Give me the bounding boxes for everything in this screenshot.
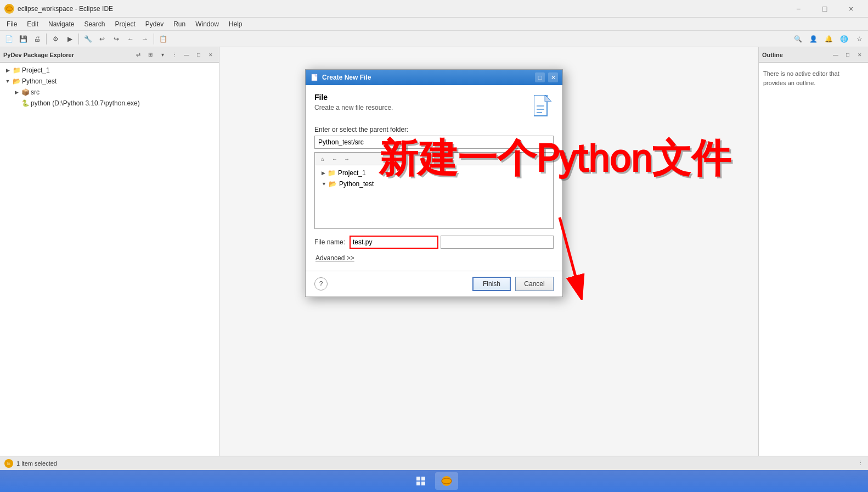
create-new-file-dialog: Create New File □ ✕ File Create a new fi… [305,69,563,297]
folder-label: Enter or select the parent folder: [314,126,554,133]
toolbar-btn-11[interactable]: 📋 [156,32,170,46]
taskbar [0,470,868,492]
toolbar-btn-9[interactable]: ← [124,32,137,46]
dialog-close-button[interactable]: ✕ [548,72,558,82]
menu-window[interactable]: Window [191,18,223,30]
dialog-tree-python-test-label: Python_test [339,180,374,188]
toolbar-btn-10[interactable]: → [138,32,151,46]
filename-label: File name: [314,238,345,246]
dialog-title-bar: Create New File □ ✕ [306,70,562,85]
dialog-restore-button[interactable]: □ [535,72,545,82]
toolbar: 📄 💾 🖨 ⚙ ▶ 🔧 ↩ ↪ ← → 📋 🔍 👤 🔔 🌐 ☆ [0,31,868,47]
status-text: 1 item selected [16,460,57,467]
dialog-section-header: File Create a new file resource. [314,93,554,119]
svg-point-0 [6,5,13,12]
svg-rect-13 [421,477,425,480]
toolbar-btn-8[interactable]: ↪ [110,32,123,46]
status-icon: E [4,459,13,468]
start-button[interactable] [410,472,432,490]
svg-rect-15 [421,482,425,485]
tree-toolbar-home[interactable]: ⌂ [317,154,328,164]
dialog-section-subtitle: Create a new file resource. [314,104,526,111]
modal-overlay: Create New File □ ✕ File Create a new fi… [0,47,868,456]
svg-rect-4 [312,74,317,81]
eclipse-icon [4,4,14,14]
svg-marker-7 [545,95,551,102]
dialog-section-title: File [314,93,526,102]
menu-pydev[interactable]: Pydev [141,18,168,30]
toolbar-search-area: 🔍 👤 🔔 🌐 ☆ [791,32,866,46]
menu-search[interactable]: Search [80,18,109,30]
folder-path-text: Python_test/src [318,138,364,146]
dialog-tree-project1-label: Project_1 [338,169,366,177]
cancel-button[interactable]: Cancel [515,277,554,291]
tree-toolbar-back[interactable]: ← [329,154,340,164]
filename-input-wrapper [350,236,554,249]
maximize-button[interactable]: □ [812,1,837,16]
filename-input[interactable] [350,236,438,249]
toolbar-btn-5[interactable]: ▶ [63,32,76,46]
toolbar-btn-6[interactable]: 🔧 [81,32,94,46]
window-title: eclipse_workspace - Eclipse IDE [18,5,113,13]
dialog-footer: ? Finish Cancel [306,271,562,297]
search-icon-button[interactable]: 🔍 [791,32,804,46]
help-button[interactable]: ? [314,277,328,290]
eclipse-taskbar-btn[interactable] [435,472,458,490]
dialog-tree-content: ▶ 📁 Project_1 ▼ 📂 Python_test [315,165,553,192]
toolbar-sep-3 [154,33,154,44]
toolbar-sep-2 [78,33,79,44]
toolbar-sep-1 [46,33,47,44]
dialog-tree-area[interactable]: ⌂ ← → ▶ 📁 Project_1 ▼ 📂 Pytho [314,152,554,229]
dialog-tree-python-test[interactable]: ▼ 📂 Python_test [315,178,553,189]
finish-button[interactable]: Finish [472,277,511,291]
dialog-title: Create New File [322,74,532,81]
menu-edit[interactable]: Edit [22,18,43,30]
svg-rect-12 [416,477,420,480]
toolbar-right-1[interactable]: 👤 [807,32,820,46]
taskbar-items [410,472,458,490]
dialog-title-icon [310,73,319,82]
title-bar-left: eclipse_workspace - Eclipse IDE [4,4,113,14]
menu-run[interactable]: Run [169,18,190,30]
window-controls: − □ × [786,1,864,16]
dialog-tree-toolbar: ⌂ ← → [315,153,553,165]
dialog-tree-project1[interactable]: ▶ 📁 Project_1 [315,167,553,178]
menu-help[interactable]: Help [224,18,247,30]
menu-bar: File Edit Navigate Search Project Pydev … [0,18,868,31]
menu-navigate[interactable]: Navigate [44,18,78,30]
toolbar-btn-7[interactable]: ↩ [95,32,109,46]
dialog-body: File Create a new file resource. Enter o… [306,85,562,271]
close-button[interactable]: × [838,1,864,16]
toolbar-right-2[interactable]: 🔔 [822,32,835,46]
svg-rect-14 [416,482,420,485]
toolbar-right-3[interactable]: 🌐 [837,32,850,46]
status-right: ⋮ [858,460,864,467]
dialog-file-icon [532,93,554,119]
tree-toolbar-forward[interactable]: → [341,154,352,164]
title-bar: eclipse_workspace - Eclipse IDE − □ × [0,0,868,18]
filename-extension-input[interactable] [441,236,554,249]
svg-point-16 [442,476,452,486]
filename-row: File name: [314,236,554,249]
new-button[interactable]: 📄 [2,32,15,46]
minimize-button[interactable]: − [786,1,811,16]
menu-project[interactable]: Project [110,18,139,30]
menu-file[interactable]: File [2,18,21,30]
toolbar-btn-4[interactable]: ⚙ [49,32,62,46]
toolbar-btn-3[interactable]: 🖨 [31,32,44,46]
advanced-button[interactable]: Advanced >> [314,253,356,263]
toolbar-right-4[interactable]: ☆ [853,32,866,46]
status-bar: E 1 item selected ⋮ [0,456,868,470]
folder-path-display: Python_test/src [314,136,554,149]
toolbar-btn-2[interactable]: 💾 [16,32,30,46]
